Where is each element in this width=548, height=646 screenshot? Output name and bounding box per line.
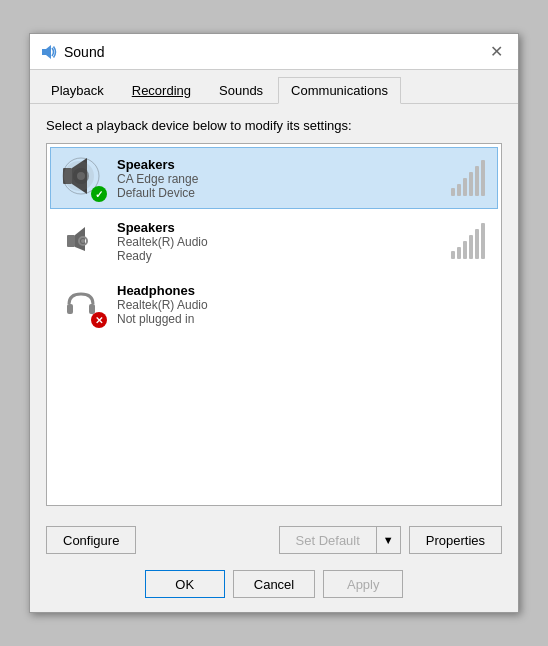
device-status-2: Ready (117, 249, 451, 263)
bottom-action-row: OK Cancel Apply (30, 562, 518, 612)
content-area: Select a playback device below to modify… (30, 104, 518, 516)
vol-bar (451, 251, 455, 259)
device-name-2: Speakers (117, 220, 451, 235)
set-default-dropdown[interactable]: ▼ (376, 526, 401, 554)
properties-button[interactable]: Properties (409, 526, 502, 554)
description-text: Select a playback device below to modify… (46, 118, 502, 133)
device-item-speakers-ca[interactable]: ✓ Speakers CA Edge range Default Device (50, 147, 498, 209)
svg-point-7 (64, 161, 94, 191)
device-sub-1: CA Edge range (117, 172, 451, 186)
bottom-buttons-row1: Configure Set Default ▼ Properties (30, 516, 518, 562)
tab-communications[interactable]: Communications (278, 77, 401, 104)
set-default-button[interactable]: Set Default (279, 526, 376, 554)
device-list: ✓ Speakers CA Edge range Default Device (46, 143, 502, 506)
svg-rect-0 (42, 49, 46, 55)
set-default-group: Set Default ▼ (279, 526, 401, 554)
tab-sounds[interactable]: Sounds (206, 77, 276, 104)
device-sub-3: Realtek(R) Audio (117, 298, 489, 312)
device-name-3: Headphones (117, 283, 489, 298)
svg-rect-8 (67, 235, 75, 247)
device-status-3: Not plugged in (117, 312, 489, 326)
vol-bar (475, 166, 479, 196)
title-bar-left: Sound (40, 43, 104, 61)
title-bar: Sound ✕ (30, 34, 518, 70)
spacer (401, 526, 409, 554)
vol-bar (451, 188, 455, 196)
sound-dialog: Sound ✕ Playback Recording Sounds Commun… (29, 33, 519, 613)
device-sub-2: Realtek(R) Audio (117, 235, 451, 249)
device-item-speakers-realtek[interactable]: Speakers Realtek(R) Audio Ready (50, 210, 498, 272)
device-icon-wrapper-2 (59, 217, 107, 265)
volume-bars-2 (451, 223, 489, 259)
vol-bar (481, 160, 485, 196)
volume-bars-1 (451, 160, 489, 196)
device-icon-wrapper-1: ✓ (59, 154, 107, 202)
vol-bar (457, 247, 461, 259)
device-item-headphones[interactable]: ✕ Headphones Realtek(R) Audio Not plugge… (50, 273, 498, 335)
vol-bar (469, 172, 473, 196)
vol-bar (463, 241, 467, 259)
apply-button[interactable]: Apply (323, 570, 403, 598)
tab-playback[interactable]: Playback (38, 77, 117, 104)
svg-point-11 (81, 239, 85, 243)
vol-bar (475, 229, 479, 259)
device-status-1: Default Device (117, 186, 451, 200)
device-info-2: Speakers Realtek(R) Audio Ready (117, 220, 451, 263)
vol-bar (463, 178, 467, 196)
svg-rect-12 (67, 304, 73, 314)
speaker-icon-2 (59, 217, 103, 261)
cancel-button[interactable]: Cancel (233, 570, 315, 598)
device-info-3: Headphones Realtek(R) Audio Not plugged … (117, 283, 489, 326)
vol-bar (469, 235, 473, 259)
sound-icon (40, 43, 58, 61)
device-name-1: Speakers (117, 157, 451, 172)
vol-bar (481, 223, 485, 259)
close-button[interactable]: ✕ (484, 40, 508, 64)
svg-marker-1 (46, 45, 51, 59)
vol-bar (457, 184, 461, 196)
configure-button[interactable]: Configure (46, 526, 136, 554)
tab-recording[interactable]: Recording (119, 77, 204, 104)
device-info-1: Speakers CA Edge range Default Device (117, 157, 451, 200)
tab-bar: Playback Recording Sounds Communications (30, 70, 518, 104)
status-badge-3: ✕ (91, 312, 107, 328)
device-icon-wrapper-3: ✕ (59, 280, 107, 328)
default-properties-group: Set Default ▼ Properties (279, 526, 502, 554)
status-badge-1: ✓ (91, 186, 107, 202)
window-title: Sound (64, 44, 104, 60)
ok-button[interactable]: OK (145, 570, 225, 598)
